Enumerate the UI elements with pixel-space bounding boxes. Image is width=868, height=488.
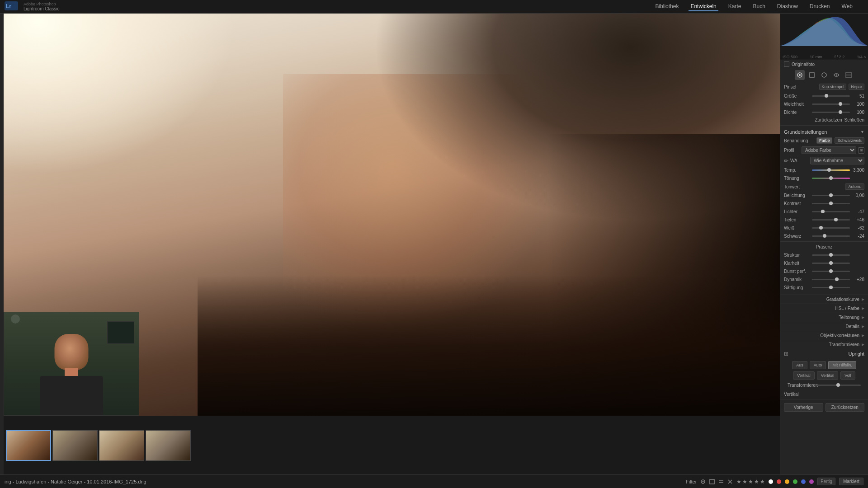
zurucksetzen-btn[interactable]: Zurücksetzen [826,403,865,412]
upright-vertikal-btn[interactable]: Vertikal [817,371,839,380]
tiefen-track[interactable] [812,219,850,221]
weiss-thumb[interactable] [819,226,823,230]
hsl-title: HSL / Farbe [835,306,859,311]
color-label-green[interactable] [793,479,797,484]
transformieren-thumb[interactable] [836,383,840,387]
nav-web[interactable]: Web [840,2,854,11]
temp-track[interactable] [812,169,850,171]
color-label-white[interactable] [769,479,773,484]
weichheit-thumb[interactable] [839,102,842,106]
profil-dropdown[interactable]: Adobe Farbe [802,146,856,154]
dunst-thumb[interactable] [829,269,833,273]
color-label-blue[interactable] [801,479,806,484]
nav-diashow[interactable]: Diashow [775,2,800,11]
tonung-thumb[interactable] [829,176,833,180]
belichtung-thumb[interactable] [829,193,833,197]
details-header[interactable]: Details ▶ [780,322,868,331]
filmstrip-thumb-active[interactable] [6,430,51,461]
originalfoto-row: Originalfoto [780,60,868,68]
lichter-track[interactable] [812,211,850,212]
weichheit-track[interactable] [812,103,850,105]
tool-heal[interactable] [819,70,829,80]
upright-voll-btn[interactable]: Voll [840,371,855,380]
filter-icon-4[interactable] [727,479,733,484]
filmstrip-thumb-2[interactable] [99,430,144,461]
nav-drucken[interactable]: Drucken [808,2,832,11]
dynamik-track[interactable] [812,279,850,280]
hsl-header[interactable]: HSL / Farbe ▶ [780,304,868,313]
tool-redeye[interactable] [831,70,841,80]
color-label-red[interactable] [777,479,781,484]
behandlung-farbe[interactable]: Farbe [816,137,833,144]
upright-ebene-btn[interactable]: Vertikal [793,371,815,380]
grosse-value: 51 [852,94,864,99]
kontrast-track[interactable] [812,203,850,204]
temp-thumb[interactable] [827,168,831,172]
dichte-track[interactable] [812,112,850,113]
tool-crop[interactable] [807,70,817,80]
star-3[interactable]: ★ [748,479,753,485]
behandlung-sw[interactable]: Schwarzweiß [835,137,864,144]
tool-gradient[interactable] [844,70,854,80]
belichtung-track[interactable] [812,195,850,196]
color-label-purple[interactable] [809,479,814,484]
nav-karte[interactable]: Karte [726,2,743,11]
nav-entwickeln[interactable]: Entwickeln [689,2,718,11]
klarheit-track[interactable] [812,263,850,264]
nav-bibliothek[interactable]: Bibliothek [653,2,680,11]
zurucksetzen-small-btn[interactable]: Zurücksetzen [815,117,842,122]
filmstrip-thumb-3[interactable] [146,430,191,461]
dichte-thumb[interactable] [839,110,842,114]
upright-auto-btn[interactable]: Auto [810,361,826,369]
vorherige-btn[interactable]: Vorherige [784,403,823,412]
tiefen-thumb[interactable] [834,218,838,221]
nav-buch[interactable]: Buch [751,2,767,11]
schwarz-thumb[interactable] [823,234,826,238]
grundeinstellungen-header[interactable]: Grundeinstellungen ▼ [780,127,868,136]
objektivkorrekturen-title: Objektivkorrekturen [820,333,859,338]
objektivkorrekturen-header[interactable]: Objektivkorrekturen ▶ [780,331,868,340]
transformieren-header[interactable]: Transformieren ▶ [780,340,868,349]
grosse-track[interactable] [812,95,850,97]
struktur-track[interactable] [812,254,850,256]
filter-icon-3[interactable] [718,479,724,484]
kopstempel-btn[interactable]: Kop.stempel [819,84,846,90]
schliessen-btn[interactable]: Schließen [844,117,864,122]
star-2[interactable]: ★ [742,479,747,485]
gradationskurve-header[interactable]: Gradationskurve ▶ [780,295,868,304]
lichter-thumb[interactable] [821,210,825,213]
tonung-track[interactable] [812,178,850,179]
dynamik-thumb[interactable] [835,277,839,281]
tool-basic[interactable] [795,70,805,80]
sattigung-thumb[interactable] [829,286,833,289]
sattigung-track[interactable] [812,287,850,288]
fertig-btn[interactable]: Fertig [817,478,835,485]
filter-icon-1[interactable] [700,479,706,484]
klarheit-thumb[interactable] [829,261,833,265]
teiltonung-header[interactable]: Teiltonung ▶ [780,313,868,322]
star-1[interactable]: ★ [736,479,741,485]
schwarz-track[interactable] [812,235,850,237]
weiss-track[interactable] [812,227,850,229]
upright-mithilfslin-btn[interactable]: Mit Hilfslin. [828,361,856,369]
color-label-yellow[interactable] [785,479,789,484]
upright-aus-btn[interactable]: Aus [792,361,807,369]
markiert-btn[interactable]: Markiert [839,478,863,485]
autom-btn[interactable]: Autom. [845,183,864,190]
vertikal-label: Vertikal [784,392,799,397]
struktur-thumb[interactable] [829,253,833,257]
nepar-btn[interactable]: Nepar [849,84,864,90]
profil-browse-icon[interactable]: ⊞ [858,147,864,154]
star-4[interactable]: ★ [754,479,759,485]
vertikal-row: Vertikal [780,391,868,398]
filmstrip-thumb-1[interactable] [52,430,98,461]
originalfoto-checkbox[interactable] [784,61,789,67]
dunst-track[interactable] [812,271,850,272]
transformieren-track[interactable] [816,385,861,386]
grosse-thumb[interactable] [825,94,828,98]
star-5[interactable]: ★ [760,479,765,485]
eyedropper-icon[interactable]: ✏ [784,158,788,164]
kontrast-thumb[interactable] [829,202,833,205]
filter-icon-2[interactable] [709,479,715,484]
wa-dropdown[interactable]: Wie Aufnahme [810,157,864,164]
